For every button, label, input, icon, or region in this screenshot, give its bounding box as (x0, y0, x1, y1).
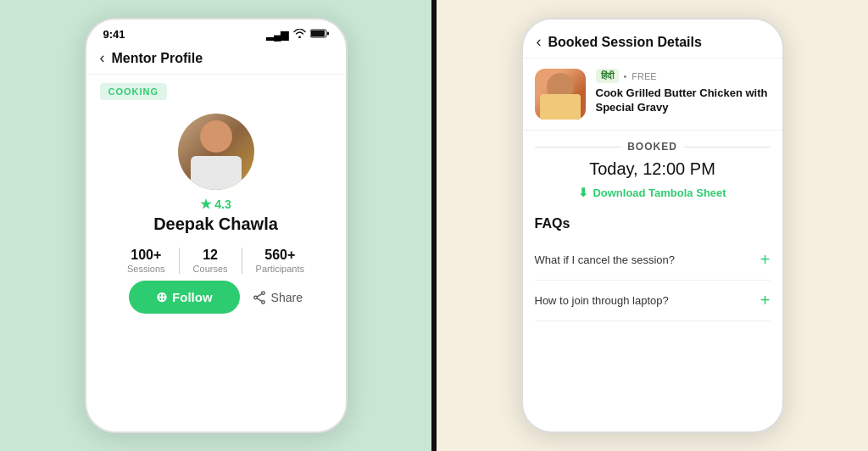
session-card: हिंदी • FREE Cook Grilled Butter Chicken… (523, 58, 782, 131)
language-badge: हिंदी (596, 69, 619, 83)
chef-head (200, 120, 232, 153)
stat-sessions: 100+ Sessions (114, 248, 180, 274)
faq-question-2: How to join through laptop? (535, 294, 669, 307)
avatar-section: ★ 4.3 Deepak Chawla (86, 107, 346, 239)
svg-rect-1 (311, 31, 325, 36)
left-background: 9:41 ▂▄▆ (0, 0, 431, 451)
action-row: ⊕ Follow Share (86, 281, 346, 314)
left-phone: 9:41 ▂▄▆ (85, 18, 348, 433)
share-icon (252, 290, 267, 305)
person-torso (540, 94, 581, 120)
avatar (178, 114, 254, 190)
chef-figure (178, 114, 254, 190)
status-bar: 9:41 ▂▄▆ (86, 19, 346, 44)
svg-point-5 (261, 300, 264, 303)
status-icons: ▂▄▆ (266, 29, 329, 41)
share-button[interactable]: Share (252, 290, 303, 305)
faq-expand-1[interactable]: + (760, 250, 771, 270)
booked-time: Today, 12:00 PM (535, 159, 771, 179)
right-phone-content: हिंदी • FREE Cook Grilled Butter Chicken… (523, 58, 782, 432)
faq-expand-2[interactable]: + (760, 291, 771, 310)
right-phone: ‹ Booked Session Details हिंदी • FREE (521, 18, 784, 433)
follow-button[interactable]: ⊕ Follow (129, 281, 240, 314)
share-label: Share (271, 291, 303, 304)
download-link[interactable]: ⬇ Download Tambola Sheet (535, 186, 771, 199)
rating-value: 4.3 (214, 198, 231, 211)
faqs-section: FAQs What if I cancel the session? + How… (523, 206, 782, 321)
time-display: 9:41 (103, 28, 125, 41)
svg-point-3 (261, 291, 264, 294)
phone-content: COOKING ★ 4.3 Deepak Chawla 100+ (86, 75, 346, 432)
download-icon: ⬇ (578, 186, 588, 199)
faqs-title: FAQs (535, 216, 771, 231)
session-tags: हिंदी • FREE (596, 69, 771, 83)
back-button[interactable]: ‹ (100, 49, 105, 67)
right-page-title: Booked Session Details (548, 35, 702, 50)
spacer (523, 19, 782, 28)
divider-line-right (684, 147, 771, 148)
stats-row: 100+ Sessions 12 Courses 560+ Participan… (86, 248, 346, 274)
faq-item-2: How to join through laptop? + (535, 281, 771, 321)
page-title: Mentor Profile (112, 51, 203, 66)
right-back-button[interactable]: ‹ (537, 33, 542, 51)
divider-line-left (535, 147, 621, 148)
person-figure (535, 69, 586, 120)
faq-question-1: What if I cancel the session? (535, 253, 675, 266)
svg-line-6 (257, 293, 262, 296)
session-title: Cook Grilled Butter Chicken with Special… (596, 86, 771, 115)
nav-bar: ‹ Mentor Profile (86, 44, 346, 75)
chef-torso (191, 156, 242, 190)
session-info: हिंदी • FREE Cook Grilled Butter Chicken… (596, 69, 771, 115)
dot-separator: • (624, 71, 627, 81)
svg-point-4 (253, 296, 257, 299)
right-background: ‹ Booked Session Details हिंदी • FREE (437, 0, 868, 451)
svg-line-7 (257, 298, 262, 300)
category-tag: COOKING (86, 75, 346, 107)
star-icon: ★ (200, 197, 211, 212)
plus-icon: ⊕ (156, 289, 167, 305)
mentor-name: Deepak Chawla (153, 214, 278, 234)
price-badge: FREE (632, 71, 656, 81)
right-nav-bar: ‹ Booked Session Details (523, 28, 782, 58)
booked-section: BOOKED Today, 12:00 PM ⬇ Download Tambol… (523, 131, 782, 206)
download-label: Download Tambola Sheet (593, 187, 726, 199)
rating-display: ★ 4.3 (200, 197, 231, 212)
stat-courses: 12 Courses (180, 248, 242, 274)
booked-label: BOOKED (627, 141, 677, 153)
faq-item-1: What if I cancel the session? + (535, 240, 771, 281)
session-thumbnail (535, 69, 586, 120)
stat-participants: 560+ Participants (242, 248, 318, 274)
battery-icon (310, 29, 329, 41)
svg-rect-2 (327, 31, 329, 35)
follow-label: Follow (172, 290, 213, 304)
signal-icon: ▂▄▆ (266, 29, 289, 41)
booked-divider: BOOKED (535, 141, 771, 153)
wifi-icon (293, 29, 306, 41)
